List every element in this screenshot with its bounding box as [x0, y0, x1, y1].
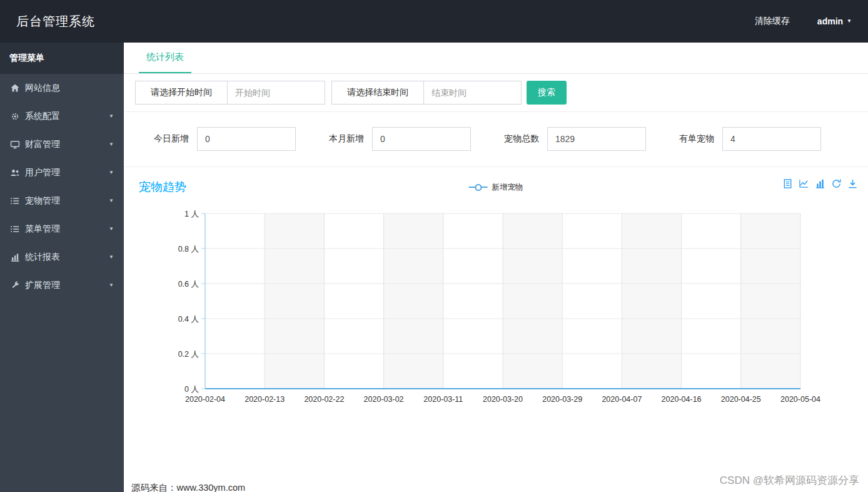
sidebar-item-label: 菜单管理: [25, 223, 60, 235]
source-credit: 源码来自：www.330ym.com: [131, 482, 245, 492]
data-view-icon[interactable]: [782, 178, 793, 189]
refresh-icon[interactable]: [831, 178, 842, 189]
sidebar-item-system-config[interactable]: 系统配置 ▼: [0, 102, 124, 130]
sidebar-item-reports[interactable]: 统计报表 ▼: [0, 243, 124, 271]
trend-chart: 0 人0.2 人0.4 人0.6 人0.8 人1 人2020-02-042020…: [134, 203, 822, 407]
chevron-down-icon: ▼: [109, 254, 114, 260]
chart-title: 宠物趋势: [139, 179, 186, 195]
sidebar-item-label: 财富管理: [25, 139, 60, 150]
svg-text:0.6 人: 0.6 人: [178, 280, 199, 289]
clear-cache-button[interactable]: 清除缓存: [755, 16, 790, 27]
svg-text:0.4 人: 0.4 人: [178, 315, 199, 324]
end-time-picker-button[interactable]: 请选择结束时间: [331, 81, 424, 105]
bar-chart-type-icon[interactable]: [815, 178, 825, 189]
sidebar-item-label: 宠物管理: [25, 195, 60, 207]
list-icon: [10, 196, 25, 206]
search-button[interactable]: 搜索: [527, 81, 567, 105]
stat-label: 有单宠物: [679, 133, 714, 145]
stats-row: 今日新增 本月新增 宠物总数 有单宠物: [124, 112, 868, 167]
pet-total-input[interactable]: [547, 127, 646, 151]
chevron-down-icon: ▼: [109, 198, 114, 203]
chevron-down-icon: ▼: [109, 141, 114, 147]
stat-month-new: 本月新增: [329, 127, 471, 151]
list-icon: [10, 224, 25, 234]
sidebar: 管理菜单 网站信息 系统配置 ▼ 财富管理 ▼ 用户管理: [0, 43, 124, 492]
svg-text:2020-05-04: 2020-05-04: [780, 395, 820, 404]
legend-item-new-pets[interactable]: 新增宠物: [469, 182, 523, 193]
svg-text:0 人: 0 人: [184, 385, 199, 394]
sidebar-header: 管理菜单: [0, 43, 124, 74]
svg-text:0.8 人: 0.8 人: [178, 245, 199, 254]
svg-text:2020-03-02: 2020-03-02: [364, 395, 404, 404]
chevron-down-icon: ▼: [109, 113, 114, 119]
chevron-down-icon: ▼: [109, 170, 114, 175]
today-new-input[interactable]: [197, 127, 296, 151]
sidebar-item-pets[interactable]: 宠物管理 ▼: [0, 187, 124, 215]
topbar: 后台管理系统 清除缓存 admin ▼: [0, 0, 868, 43]
svg-text:2020-02-13: 2020-02-13: [245, 395, 285, 404]
sidebar-item-users[interactable]: 用户管理 ▼: [0, 158, 124, 187]
sidebar-item-label: 系统配置: [25, 111, 60, 122]
filter-row: 请选择开始时间 请选择结束时间 搜索: [124, 74, 868, 112]
sidebar-item-label: 网站信息: [25, 83, 60, 94]
main-content: 统计列表 请选择开始时间 请选择结束时间 搜索 今日新增 本月新增: [124, 43, 868, 492]
svg-text:2020-04-25: 2020-04-25: [721, 395, 761, 404]
legend-label: 新增宠物: [492, 182, 523, 193]
pets-with-orders-input[interactable]: [722, 127, 821, 151]
stat-label: 今日新增: [154, 133, 189, 145]
line-chart-type-icon[interactable]: [799, 178, 809, 189]
user-menu[interactable]: admin ▼: [817, 16, 852, 26]
display-icon: [10, 140, 25, 150]
gears-icon: [10, 111, 25, 121]
username-label: admin: [817, 16, 843, 26]
svg-text:2020-02-04: 2020-02-04: [185, 395, 225, 404]
start-time-input[interactable]: [227, 81, 325, 105]
stat-label: 本月新增: [329, 133, 364, 145]
svg-text:2020-04-07: 2020-04-07: [602, 395, 642, 404]
month-new-input[interactable]: [372, 127, 471, 151]
users-icon: [10, 168, 25, 178]
stat-pets-with-orders: 有单宠物: [679, 127, 821, 151]
svg-text:2020-02-22: 2020-02-22: [304, 395, 344, 404]
legend-line-marker-icon: [469, 183, 488, 191]
sidebar-item-menus[interactable]: 菜单管理 ▼: [0, 215, 124, 243]
wrench-icon: [10, 280, 25, 290]
svg-text:1 人: 1 人: [184, 210, 199, 218]
chart-section: 宠物趋势 新增宠物: [124, 167, 868, 410]
tab-bar: 统计列表: [124, 43, 868, 74]
svg-text:2020-04-16: 2020-04-16: [662, 395, 702, 404]
sidebar-item-label: 统计报表: [25, 252, 60, 263]
stat-label: 宠物总数: [504, 133, 539, 145]
svg-text:0.2 人: 0.2 人: [178, 350, 199, 359]
sidebar-item-label: 用户管理: [25, 167, 60, 178]
chevron-down-icon: ▼: [109, 282, 114, 288]
svg-text:2020-03-29: 2020-03-29: [542, 395, 582, 404]
watermark: CSDN @软希网源码资源分享: [720, 473, 859, 488]
end-time-input[interactable]: [423, 81, 522, 105]
sidebar-item-site-info[interactable]: 网站信息: [0, 74, 124, 102]
app-title: 后台管理系统: [16, 13, 95, 30]
download-icon[interactable]: [847, 178, 858, 189]
stat-pet-total: 宠物总数: [504, 127, 646, 151]
home-icon: [10, 83, 25, 93]
tab-statistics-list[interactable]: 统计列表: [139, 43, 191, 73]
bar-chart-icon: [10, 252, 25, 262]
chart-toolbox: [782, 178, 858, 189]
chevron-down-icon: ▼: [109, 226, 114, 232]
svg-text:2020-03-11: 2020-03-11: [423, 395, 463, 404]
sidebar-item-wealth[interactable]: 财富管理 ▼: [0, 130, 124, 158]
start-time-picker-button[interactable]: 请选择开始时间: [135, 81, 228, 105]
sidebar-item-extensions[interactable]: 扩展管理 ▼: [0, 271, 124, 299]
chevron-down-icon: ▼: [847, 19, 852, 24]
stat-today-new: 今日新增: [154, 127, 296, 151]
svg-text:2020-03-20: 2020-03-20: [483, 395, 523, 404]
sidebar-item-label: 扩展管理: [25, 280, 60, 291]
